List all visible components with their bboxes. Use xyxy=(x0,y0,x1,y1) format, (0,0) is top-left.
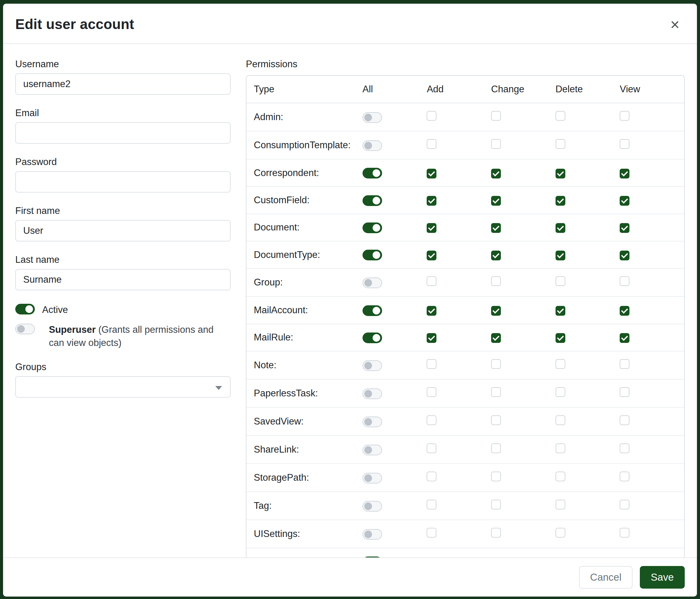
permission-all-toggle[interactable] xyxy=(362,195,382,206)
permission-all-toggle[interactable] xyxy=(362,222,382,233)
permission-delete-checkbox[interactable] xyxy=(555,139,565,149)
permission-row: Note: xyxy=(247,351,684,379)
permission-delete-checkbox[interactable] xyxy=(555,333,565,343)
permission-add-checkbox[interactable] xyxy=(427,359,436,369)
permission-change-checkbox[interactable] xyxy=(491,359,501,369)
permission-add-checkbox[interactable] xyxy=(427,415,436,425)
permission-add-checkbox[interactable] xyxy=(427,472,436,481)
permission-all-toggle[interactable] xyxy=(362,250,382,260)
permission-add-checkbox[interactable] xyxy=(427,500,436,509)
cancel-button[interactable]: Cancel xyxy=(579,566,632,589)
permission-delete-checkbox[interactable] xyxy=(555,415,565,425)
permission-delete-checkbox[interactable] xyxy=(555,223,565,233)
permission-change-checkbox[interactable] xyxy=(491,444,501,453)
permission-change-checkbox[interactable] xyxy=(491,250,501,260)
permission-add-checkbox[interactable] xyxy=(427,333,436,343)
save-button[interactable]: Save xyxy=(640,566,685,589)
permission-delete-checkbox[interactable] xyxy=(555,359,565,369)
permission-change-checkbox[interactable] xyxy=(491,196,501,206)
permission-type-label: DocumentType: xyxy=(254,249,320,260)
permission-all-toggle[interactable] xyxy=(362,333,382,343)
toggle-knob xyxy=(25,305,33,313)
close-icon[interactable]: × xyxy=(667,16,683,33)
permission-all-toggle[interactable] xyxy=(362,360,382,371)
first-name-field[interactable] xyxy=(15,220,231,241)
permission-change-checkbox[interactable] xyxy=(491,528,501,537)
permission-change-checkbox[interactable] xyxy=(491,169,501,178)
permission-view-checkbox[interactable] xyxy=(620,196,629,206)
permission-view-checkbox[interactable] xyxy=(620,139,629,149)
permission-delete-checkbox[interactable] xyxy=(555,250,565,260)
permission-add-checkbox[interactable] xyxy=(427,169,436,178)
username-input[interactable] xyxy=(15,73,231,95)
permission-delete-checkbox[interactable] xyxy=(555,306,565,316)
permission-delete-checkbox[interactable] xyxy=(555,276,565,286)
permission-change-checkbox[interactable] xyxy=(491,306,501,316)
permission-change-checkbox[interactable] xyxy=(491,333,501,343)
permission-all-toggle[interactable] xyxy=(362,305,382,316)
permission-view-checkbox[interactable] xyxy=(620,415,629,425)
permission-all-toggle[interactable] xyxy=(362,501,382,511)
permission-add-checkbox[interactable] xyxy=(427,196,436,206)
permission-add-checkbox[interactable] xyxy=(427,250,436,260)
permission-view-checkbox[interactable] xyxy=(620,276,629,286)
permission-delete-checkbox[interactable] xyxy=(555,472,565,481)
permission-add-checkbox[interactable] xyxy=(427,528,436,537)
permission-view-checkbox[interactable] xyxy=(620,359,629,369)
permission-view-checkbox[interactable] xyxy=(620,333,629,343)
permission-change-checkbox[interactable] xyxy=(491,500,501,509)
permission-view-checkbox[interactable] xyxy=(620,444,629,453)
superuser-switch-row: Superuser (Grants all permissions and ca… xyxy=(15,323,231,349)
permission-view-checkbox[interactable] xyxy=(620,306,629,316)
permission-all-toggle[interactable] xyxy=(362,278,382,288)
permission-all-toggle[interactable] xyxy=(362,529,382,540)
permission-view-checkbox[interactable] xyxy=(620,169,629,178)
permission-all-toggle[interactable] xyxy=(362,168,382,178)
permission-view-checkbox[interactable] xyxy=(620,223,629,233)
permission-view-checkbox[interactable] xyxy=(620,528,629,537)
permission-view-checkbox[interactable] xyxy=(620,387,629,397)
permission-view-checkbox[interactable] xyxy=(620,250,629,260)
permission-change-checkbox[interactable] xyxy=(491,387,501,397)
permission-delete-checkbox[interactable] xyxy=(555,500,565,509)
permission-change-checkbox[interactable] xyxy=(491,139,501,149)
permission-view-checkbox[interactable] xyxy=(620,500,629,509)
permission-change-checkbox[interactable] xyxy=(491,111,501,121)
last-name-field[interactable] xyxy=(15,269,231,290)
permission-add-checkbox[interactable] xyxy=(427,139,436,149)
permission-delete-checkbox[interactable] xyxy=(555,444,565,453)
permission-delete-checkbox[interactable] xyxy=(555,387,565,397)
permission-change-checkbox[interactable] xyxy=(491,415,501,425)
groups-select[interactable] xyxy=(15,376,231,398)
permission-add-checkbox[interactable] xyxy=(427,276,436,286)
permission-all-toggle[interactable] xyxy=(362,140,382,151)
permission-change-checkbox[interactable] xyxy=(491,472,501,481)
permission-view-checkbox[interactable] xyxy=(620,111,629,121)
permission-delete-checkbox[interactable] xyxy=(555,111,565,121)
superuser-toggle[interactable] xyxy=(15,324,35,334)
toggle-knob xyxy=(373,169,380,177)
permission-delete-checkbox[interactable] xyxy=(555,528,565,537)
permission-change-checkbox[interactable] xyxy=(491,276,501,286)
permission-all-toggle[interactable] xyxy=(362,473,382,483)
active-toggle[interactable] xyxy=(15,304,35,314)
toggle-knob xyxy=(364,502,372,510)
permission-add-checkbox[interactable] xyxy=(427,387,436,397)
permission-add-checkbox[interactable] xyxy=(427,111,436,121)
permission-add-checkbox[interactable] xyxy=(427,444,436,453)
permission-view-checkbox[interactable] xyxy=(620,472,629,481)
permission-change-checkbox[interactable] xyxy=(491,223,501,233)
permission-all-toggle[interactable] xyxy=(362,445,382,455)
permission-all-toggle[interactable] xyxy=(362,388,382,399)
permission-row: MailAccount: xyxy=(247,296,684,324)
permission-add-checkbox[interactable] xyxy=(427,223,436,233)
permission-delete-checkbox[interactable] xyxy=(555,169,565,178)
password-field[interactable] xyxy=(15,171,231,193)
permission-all-toggle[interactable] xyxy=(362,416,382,427)
permission-all-toggle[interactable] xyxy=(362,556,382,557)
permission-all-toggle[interactable] xyxy=(362,112,382,123)
permission-delete-checkbox[interactable] xyxy=(555,196,565,206)
email-field[interactable] xyxy=(15,122,231,144)
permission-add-checkbox[interactable] xyxy=(427,306,436,316)
permission-type-label: ShareLink: xyxy=(254,444,299,455)
